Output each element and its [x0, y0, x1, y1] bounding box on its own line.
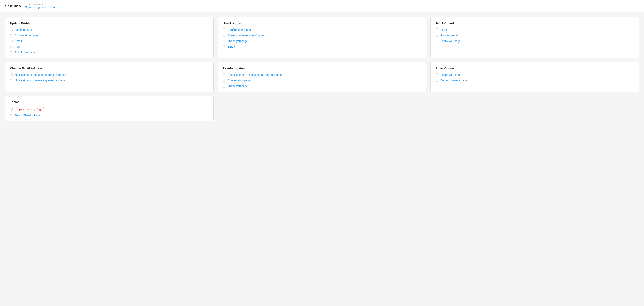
breadcrumb-link[interactable]: Signup Pages and Emails ▾: [25, 6, 60, 9]
card-topics: TopicsTopics Landing PageTopics Thanks P…: [5, 96, 214, 121]
circle-bullet-icon: [10, 79, 13, 82]
list-item: Form: [436, 28, 634, 31]
card-email-consent: Email ConsentThank you pageDenied consen…: [430, 62, 639, 92]
list-item: Notification to the updated email addres…: [10, 73, 208, 76]
link-email[interactable]: Email: [228, 45, 234, 48]
card-tell-a-friend: Tell-A-FriendFormForward emailThank you …: [430, 17, 639, 58]
card-list-topics: Topics Landing PageTopics Thanks Page: [10, 107, 208, 117]
list-item: Confirmation page: [222, 79, 421, 82]
list-item: Thank you page: [10, 51, 208, 54]
list-item: Thank you page: [222, 85, 421, 88]
circle-bullet-icon: [10, 34, 13, 37]
circle-bullet-icon: [436, 73, 438, 76]
link-denied-consent-page[interactable]: Denied consent page: [440, 79, 467, 82]
breadcrumb-container: CUSTOMIZATION Signup Pages and Emails ▾: [25, 3, 60, 9]
card-update-profile: Update ProfileLanding pageConfirmation p…: [5, 17, 214, 58]
list-item: Email: [10, 40, 208, 43]
list-item: Thank you page: [436, 40, 634, 43]
card-title-tell-a-friend: Tell-A-Friend: [436, 22, 634, 25]
card-title-update-profile: Update Profile: [10, 22, 208, 25]
circle-bullet-icon: [10, 45, 13, 48]
circle-bullet-icon: [436, 34, 438, 37]
link-notification-existing[interactable]: Notification to the existing email addre…: [15, 79, 66, 82]
list-item: Denied consent page: [436, 79, 634, 82]
link-form[interactable]: Form: [440, 28, 447, 31]
link-topics-thanks-page[interactable]: Topics Thanks Page: [15, 114, 40, 117]
list-item: Email: [222, 45, 421, 48]
circle-bullet-icon: [10, 114, 13, 117]
main-content: Update ProfileLanding pageConfirmation p…: [0, 12, 644, 126]
circle-bullet-icon: [222, 85, 226, 88]
list-item: Notification for 'inactive email address…: [222, 73, 421, 76]
link-email[interactable]: Email: [15, 40, 22, 43]
link-thank-you-page[interactable]: Thank you page: [440, 40, 460, 43]
header-chevron-icon: ›: [22, 4, 24, 8]
circle-bullet-icon: [222, 40, 226, 43]
link-thank-you-page[interactable]: Thank you page: [228, 85, 248, 88]
circle-bullet-icon: [222, 73, 226, 76]
card-change-email-address: Change Email AddressNotification to the …: [5, 62, 214, 92]
list-item: Thank you page: [222, 40, 421, 43]
card-list-update-profile: Landing pageConfirmation pageEmailFormTh…: [10, 28, 208, 54]
circle-bullet-icon: [10, 28, 13, 31]
card-title-email-consent: Email Consent: [436, 67, 634, 70]
card-list-tell-a-friend: FormForward emailThank you page: [436, 28, 634, 43]
circle-bullet-icon: [10, 108, 13, 111]
circle-bullet-icon: [436, 79, 438, 82]
link-forward-email[interactable]: Forward email: [440, 34, 458, 37]
card-title-unsubscribe: Unsubscribe: [222, 22, 421, 25]
card-list-resubscription: Notification for 'inactive email address…: [222, 73, 421, 88]
card-title-resubscription: Resubscription: [222, 67, 421, 70]
link-confirmation-page[interactable]: Confirmation page: [228, 79, 250, 82]
dropdown-chevron-icon: ▾: [58, 6, 60, 9]
circle-bullet-icon: [436, 40, 438, 43]
list-item: Topics Thanks Page: [10, 114, 208, 117]
list-item: Topics Landing Page: [10, 107, 208, 111]
header-left: Settings › CUSTOMIZATION Signup Pages an…: [5, 3, 60, 9]
settings-title: Settings: [5, 4, 21, 9]
circle-bullet-icon: [222, 28, 226, 31]
link-thank-you-page[interactable]: Thank you page: [228, 40, 248, 43]
card-list-change-email-address: Notification to the updated email addres…: [10, 73, 208, 82]
card-list-unsubscribe: Confirmation Page'Unsubscribe feedback' …: [222, 28, 421, 48]
link-topics-landing-page[interactable]: Topics Landing Page: [15, 107, 44, 111]
breadcrumb-link-text: Signup Pages and Emails: [25, 6, 57, 9]
card-unsubscribe: UnsubscribeConfirmation Page'Unsubscribe…: [218, 17, 426, 58]
circle-bullet-icon: [10, 40, 13, 43]
card-resubscription: ResubscriptionNotification for 'inactive…: [218, 62, 426, 92]
link-unsubscribe-feedback[interactable]: 'Unsubscribe feedback' page: [228, 34, 264, 37]
circle-bullet-icon: [222, 45, 226, 48]
list-item: Forward email: [436, 34, 634, 37]
page-header: Settings › CUSTOMIZATION Signup Pages an…: [0, 0, 644, 12]
list-item: Confirmation Page: [222, 28, 421, 31]
cards-grid: Update ProfileLanding pageConfirmation p…: [5, 17, 639, 121]
circle-bullet-icon: [10, 51, 13, 54]
list-item: Notification to the existing email addre…: [10, 79, 208, 82]
circle-bullet-icon: [222, 34, 226, 37]
breadcrumb-section: CUSTOMIZATION: [25, 3, 60, 6]
list-item: 'Unsubscribe feedback' page: [222, 34, 421, 37]
card-title-topics: Topics: [10, 100, 208, 104]
link-confirmation-page[interactable]: Confirmation Page: [228, 28, 251, 31]
list-item: Thank you page: [436, 73, 634, 76]
link-confirmation-page[interactable]: Confirmation page: [15, 34, 38, 37]
list-item: Confirmation page: [10, 34, 208, 37]
link-landing-page[interactable]: Landing page: [15, 28, 32, 31]
circle-bullet-icon: [222, 79, 226, 82]
link-form[interactable]: Form: [15, 45, 22, 48]
link-notification-updated[interactable]: Notification to the updated email addres…: [15, 73, 66, 76]
list-item: Form: [10, 45, 208, 48]
circle-bullet-icon: [10, 73, 13, 76]
link-thank-you-page[interactable]: Thank you page: [440, 73, 460, 76]
card-title-change-email-address: Change Email Address: [10, 67, 208, 70]
circle-bullet-icon: [436, 28, 438, 31]
list-item: Landing page: [10, 28, 208, 31]
link-notification-inactive[interactable]: Notification for 'inactive email address…: [228, 73, 283, 76]
card-list-email-consent: Thank you pageDenied consent page: [436, 73, 634, 82]
link-thank-you-page[interactable]: Thank you page: [15, 51, 35, 54]
